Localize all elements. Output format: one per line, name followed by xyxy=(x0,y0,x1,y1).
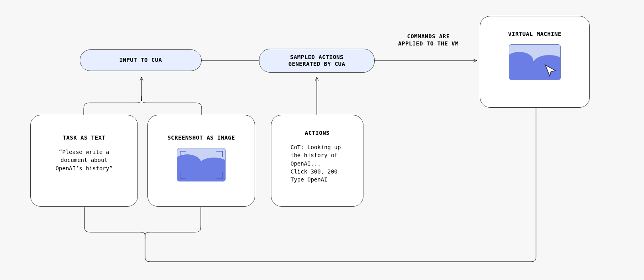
node-actions: ACTIONS CoT: Looking up the history of O… xyxy=(271,115,363,207)
edge-label-commands: COMMANDS ARE APPLIED TO THE VM xyxy=(383,33,474,47)
node-sampled-label: SAMPLED ACTIONS GENERATED BY CUA xyxy=(289,54,346,68)
node-input-label: INPUT TO CUA xyxy=(119,57,162,64)
node-sampled-actions: SAMPLED ACTIONS GENERATED BY CUA xyxy=(259,49,375,73)
node-virtual-machine: VIRTUAL MACHINE xyxy=(480,16,590,108)
actions-card-title: ACTIONS xyxy=(280,130,354,136)
task-card-body: “Please write a document about OpenAI’s … xyxy=(39,148,129,172)
node-input-to-cua: INPUT TO CUA xyxy=(80,49,202,71)
screenshot-thumbnail-icon xyxy=(157,148,246,181)
vm-card-title: VIRTUAL MACHINE xyxy=(489,31,581,37)
node-screenshot-as-image: SCREENSHOT AS IMAGE xyxy=(147,115,255,207)
task-card-title: TASK AS TEXT xyxy=(39,134,129,141)
diagram-canvas: INPUT TO CUA SAMPLED ACTIONS GENERATED B… xyxy=(0,0,644,280)
screenshot-card-title: SCREENSHOT AS IMAGE xyxy=(157,134,246,141)
cursor-icon xyxy=(544,64,557,77)
vm-thumbnail-icon xyxy=(489,44,581,80)
actions-card-body: CoT: Looking up the history of OpenAI...… xyxy=(280,143,354,183)
node-task-as-text: TASK AS TEXT “Please write a document ab… xyxy=(30,115,138,207)
